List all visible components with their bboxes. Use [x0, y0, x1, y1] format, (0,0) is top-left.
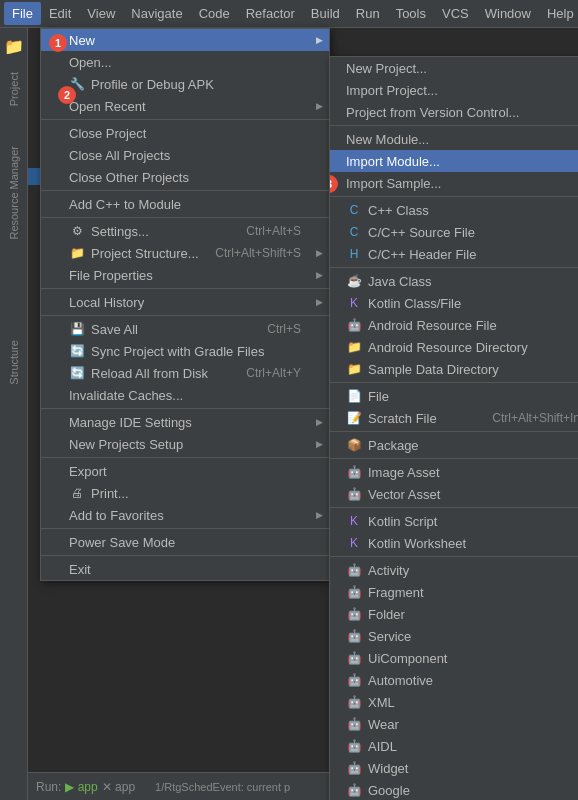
sync-icon: 🔄: [69, 343, 85, 359]
sub-uicomponent[interactable]: 🤖 UiComponent: [330, 647, 578, 669]
separator: [41, 457, 329, 458]
sub-image-asset[interactable]: 🤖 Image Asset: [330, 461, 578, 483]
menu-bar: File Edit View Navigate Code Refactor Bu…: [0, 0, 578, 28]
menu-local-history[interactable]: Local History: [41, 291, 329, 313]
menu-file[interactable]: File: [4, 2, 41, 25]
menu-open[interactable]: Open...: [41, 51, 329, 73]
step-1-circle: 1: [49, 34, 67, 52]
sub-package[interactable]: 📦 Package: [330, 434, 578, 456]
menu-project-structure[interactable]: 📁 Project Structure... Ctrl+Alt+Shift+S: [41, 242, 329, 264]
sub-new-project[interactable]: New Project...: [330, 57, 578, 79]
sub-cpp-header[interactable]: H C/C++ Header File: [330, 243, 578, 265]
menu-manage-ide[interactable]: Manage IDE Settings: [41, 411, 329, 433]
run-label: Run:: [36, 780, 61, 794]
separator: [330, 507, 578, 508]
menu-close-project[interactable]: Close Project: [41, 122, 329, 144]
menu-reload-disk[interactable]: 🔄 Reload All from Disk Ctrl+Alt+Y: [41, 362, 329, 384]
run-app-button[interactable]: ▶ app: [65, 780, 97, 794]
run-status-1: 1/RtgSchedEvent: current p: [155, 781, 290, 793]
separator: [330, 125, 578, 126]
menu-new-projects-setup[interactable]: New Projects Setup: [41, 433, 329, 455]
save-icon: 💾: [69, 321, 85, 337]
sub-folder[interactable]: 🤖 Folder: [330, 603, 578, 625]
file-icon: 📄: [346, 388, 362, 404]
separator: [41, 315, 329, 316]
sub-kotlin-script[interactable]: K Kotlin Script: [330, 510, 578, 532]
sub-import-project[interactable]: Import Project...: [330, 79, 578, 101]
menu-close-other[interactable]: Close Other Projects: [41, 166, 329, 188]
sample-data-icon: 📁: [346, 361, 362, 377]
sub-xml[interactable]: 🤖 XML: [330, 691, 578, 713]
menu-save-all[interactable]: 💾 Save All Ctrl+S: [41, 318, 329, 340]
menu-build[interactable]: Build: [303, 2, 348, 25]
sub-new-module[interactable]: New Module...: [330, 128, 578, 150]
sub-kotlin-worksheet[interactable]: K Kotlin Worksheet: [330, 532, 578, 554]
menu-navigate[interactable]: Navigate: [123, 2, 190, 25]
menu-run[interactable]: Run: [348, 2, 388, 25]
sidebar-structure-label[interactable]: Structure: [8, 340, 20, 385]
sub-import-sample[interactable]: Import Sample...: [330, 172, 578, 194]
sub-cpp-class[interactable]: C C++ Class: [330, 199, 578, 221]
kotlin-worksheet-icon: K: [346, 535, 362, 551]
new-submenu: 3 New Project... Import Project... Proje…: [329, 56, 578, 800]
sub-java-class[interactable]: ☕ Java Class: [330, 270, 578, 292]
sub-automotive[interactable]: 🤖 Automotive: [330, 669, 578, 691]
menu-help[interactable]: Help: [539, 2, 578, 25]
menu-add-cpp[interactable]: Add C++ to Module: [41, 193, 329, 215]
menu-profile-apk[interactable]: 🔧 Profile or Debug APK: [41, 73, 329, 95]
sub-scratch-file[interactable]: 📝 Scratch File Ctrl+Alt+Shift+Insert: [330, 407, 578, 429]
menu-new[interactable]: New ▶: [41, 29, 329, 51]
menu-add-favorites[interactable]: Add to Favorites: [41, 504, 329, 526]
sub-android-resource[interactable]: 🤖 Android Resource File: [330, 314, 578, 336]
separator: [41, 288, 329, 289]
sub-sample-data-dir[interactable]: 📁 Sample Data Directory: [330, 358, 578, 380]
sub-project-vcs[interactable]: Project from Version Control...: [330, 101, 578, 123]
menu-exit[interactable]: Exit: [41, 558, 329, 580]
file-menu-dropdown: 1 New ▶ Open... 🔧 Profile or Debug APK O…: [40, 28, 330, 581]
separator: [330, 458, 578, 459]
menu-open-recent[interactable]: Open Recent: [41, 95, 329, 117]
structure-icon: 📁: [69, 245, 85, 261]
menu-file-props[interactable]: File Properties: [41, 264, 329, 286]
separator: [41, 555, 329, 556]
ui-component-icon: 🤖: [346, 650, 362, 666]
menu-sync-gradle[interactable]: 🔄 Sync Project with Gradle Files: [41, 340, 329, 362]
sub-google[interactable]: 🤖 Google: [330, 779, 578, 800]
menu-view[interactable]: View: [79, 2, 123, 25]
menu-window[interactable]: Window: [477, 2, 539, 25]
separator: [330, 431, 578, 432]
sidebar-project-icon[interactable]: 📁: [2, 34, 26, 58]
sub-import-module[interactable]: Import Module...: [330, 150, 578, 172]
sub-android-resource-dir[interactable]: 📁 Android Resource Directory: [330, 336, 578, 358]
sub-widget[interactable]: 🤖 Widget: [330, 757, 578, 779]
android-resource-icon: 🤖: [346, 317, 362, 333]
menu-tools[interactable]: Tools: [388, 2, 434, 25]
sub-kotlin-class[interactable]: K Kotlin Class/File: [330, 292, 578, 314]
menu-power-save[interactable]: Power Save Mode: [41, 531, 329, 553]
menu-invalidate-caches[interactable]: Invalidate Caches...: [41, 384, 329, 406]
run-close-button[interactable]: ✕ app: [102, 780, 135, 794]
image-asset-icon: 🤖: [346, 464, 362, 480]
menu-close-all[interactable]: Close All Projects: [41, 144, 329, 166]
cpp-icon: C: [346, 202, 362, 218]
menu-refactor[interactable]: Refactor: [238, 2, 303, 25]
sub-activity[interactable]: 🤖 Activity: [330, 559, 578, 581]
sub-aidl[interactable]: 🤖 AIDL: [330, 735, 578, 757]
menu-export[interactable]: Export: [41, 460, 329, 482]
sub-service[interactable]: 🤖 Service: [330, 625, 578, 647]
activity-icon: 🤖: [346, 562, 362, 578]
print-icon: 🖨: [69, 485, 85, 501]
sub-wear[interactable]: 🤖 Wear: [330, 713, 578, 735]
sub-cpp-source[interactable]: C C/C++ Source File: [330, 221, 578, 243]
menu-code[interactable]: Code: [191, 2, 238, 25]
sub-fragment[interactable]: 🤖 Fragment: [330, 581, 578, 603]
separator: [41, 408, 329, 409]
menu-print[interactable]: 🖨 Print...: [41, 482, 329, 504]
menu-vcs[interactable]: VCS: [434, 2, 477, 25]
sub-file[interactable]: 📄 File: [330, 385, 578, 407]
sub-vector-asset[interactable]: 🤖 Vector Asset: [330, 483, 578, 505]
menu-settings[interactable]: ⚙ Settings... Ctrl+Alt+S: [41, 220, 329, 242]
sidebar-project-label[interactable]: Project: [8, 72, 20, 106]
sidebar-resource-label[interactable]: Resource Manager: [8, 146, 20, 240]
menu-edit[interactable]: Edit: [41, 2, 79, 25]
